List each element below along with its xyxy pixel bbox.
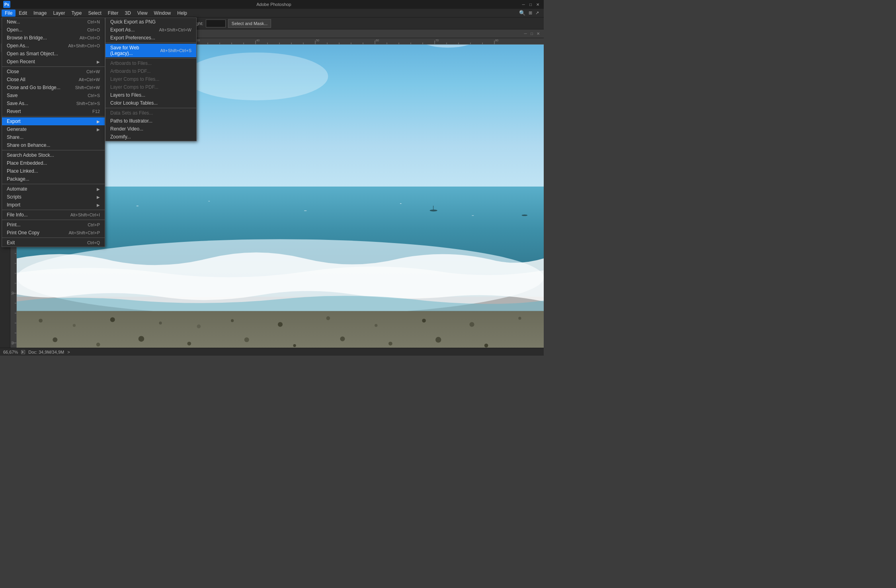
menu-revert[interactable]: Revert F12 [2,107,105,115]
menu-bar: File Edit Image Layer Type Select Filter… [0,9,544,18]
svg-rect-97 [137,206,139,206]
menu-open[interactable]: Open... Ctrl+O [2,26,105,34]
close-button[interactable]: ✕ [535,2,541,7]
menu-generate[interactable]: Generate ▶ [2,125,105,133]
separator-5 [2,210,105,210]
window-title: Adobe Photoshop [27,2,521,7]
svg-point-113 [278,322,283,327]
svg-rect-100 [400,203,402,204]
svg-rect-98 [208,201,210,201]
menu-open-as[interactable]: Open As... Alt+Shift+Ctrl+O [2,42,105,50]
menu-save-as[interactable]: Save As... Shift+Ctrl+S [2,99,105,107]
export-sep-3 [105,108,196,108]
status-bar: 66,67% ▶ Doc: 34,9M/34,9M > [0,348,544,356]
menu-search-stock[interactable]: Search Adobe Stock... [2,151,105,159]
menu-item-file[interactable]: File [2,10,16,17]
menu-item-select[interactable]: Select [85,10,104,17]
menu-new[interactable]: New... Ctrl+N [2,18,105,26]
svg-point-125 [340,337,345,341]
status-arrow[interactable]: > [67,350,70,354]
export-layer-comps-files: Layer Comps to Files... [105,75,196,83]
height-input[interactable] [206,19,226,27]
svg-text:60: 60 [376,39,379,42]
svg-point-121 [139,336,144,341]
export-save-web-legacy[interactable]: Save for Web (Legacy)... Alt+Shift+Ctrl+… [105,44,196,57]
menu-file-info[interactable]: File Info... Alt+Shift+Ctrl+I [2,211,105,219]
svg-rect-106 [17,311,544,348]
doc-size: Doc: 34,9M/34,9M [28,350,64,354]
svg-text:70: 70 [435,39,439,42]
doc-close-button[interactable]: ✕ [536,31,541,36]
title-bar: Ps Adobe Photoshop ─ □ ✕ [0,0,544,9]
menu-item-view[interactable]: View [134,10,151,17]
svg-point-126 [388,342,392,346]
menu-close-all[interactable]: Close All Alt+Ctrl+W [2,76,105,84]
menu-place-linked[interactable]: Place Linked... [2,167,105,175]
svg-rect-101 [472,215,474,216]
menu-print[interactable]: Print... Ctrl+P [2,221,105,229]
export-preferences[interactable]: Export Preferences... [105,34,196,42]
doc-minimize-button[interactable]: ─ [523,31,528,36]
menu-open-smart-object[interactable]: Open as Smart Object... [2,50,105,58]
export-layers-files[interactable]: Layers to Files... [105,91,196,99]
separator-3 [2,150,105,150]
export-quick-png[interactable]: Quick Export as PNG [105,18,196,26]
svg-point-93 [184,53,328,100]
menu-item-help[interactable]: Help [174,10,190,17]
export-submenu: Quick Export as PNG Export As... Alt+Shi… [105,18,197,141]
select-and-mask-button[interactable]: Select and Mask... [228,19,271,28]
menu-browse-bridge[interactable]: Browse in Bridge... Alt+Ctrl+O [2,34,105,42]
svg-point-109 [110,317,115,322]
workspace-icon[interactable]: ⊞ [529,10,532,16]
menu-close[interactable]: Close Ctrl+W [2,68,105,76]
export-paths-illustrator[interactable]: Paths to Illustrator... [105,117,196,125]
separator-2 [2,116,105,117]
search-icon[interactable]: 🔍 [519,10,525,16]
menu-exit[interactable]: Exit Ctrl+Q [2,239,105,247]
svg-point-117 [469,322,474,327]
svg-text:80: 80 [495,39,498,42]
menu-place-embedded[interactable]: Place Embedded... [2,159,105,167]
svg-point-124 [293,344,296,347]
doc-maximize-button[interactable]: □ [529,31,534,36]
minimize-button[interactable]: ─ [521,2,526,7]
menu-close-bridge[interactable]: Close and Go to Bridge... Shift+Ctrl+W [2,84,105,92]
zoom-arrow-icon: ▶ [22,350,24,354]
svg-point-119 [53,337,57,342]
menu-item-type[interactable]: Type [68,10,85,17]
menu-item-edit[interactable]: Edit [16,10,30,17]
menu-save[interactable]: Save Ctrl+S [2,92,105,99]
svg-point-104 [522,214,527,216]
export-as[interactable]: Export As... Alt+Shift+Ctrl+W [105,26,196,34]
menu-item-3d[interactable]: 3D [121,10,134,17]
svg-point-123 [244,337,249,342]
svg-point-118 [518,317,521,319]
maximize-button[interactable]: □ [528,2,533,7]
svg-rect-103 [433,206,433,210]
menu-item-image[interactable]: Image [30,10,50,17]
menu-import[interactable]: Import ▶ [2,201,105,209]
menu-item-filter[interactable]: Filter [105,10,122,17]
svg-point-112 [231,319,234,322]
menu-share-behance[interactable]: Share on Behance... [2,141,105,149]
menu-automate[interactable]: Automate ▶ [2,185,105,193]
export-zoomify[interactable]: Zoomify... [105,133,196,141]
menu-share[interactable]: Share... [2,133,105,141]
menu-item-layer[interactable]: Layer [50,10,68,17]
ps-icon: Ps [3,1,10,8]
svg-point-115 [375,324,377,327]
menu-print-one-copy[interactable]: Print One Copy Alt+Shift+Ctrl+P [2,229,105,237]
svg-text:40: 40 [256,39,260,42]
share-icon[interactable]: ↗ [535,10,539,16]
menu-package[interactable]: Package... [2,175,105,183]
menu-open-recent[interactable]: Open Recent ▶ [2,58,105,66]
export-render-video[interactable]: Render Video... [105,125,196,133]
menu-item-window[interactable]: Window [151,10,174,17]
export-color-lookup[interactable]: Color Lookup Tables... [105,99,196,107]
separator-1 [2,66,105,67]
svg-text:60: 60 [11,341,14,345]
menu-scripts[interactable]: Scripts ▶ [2,193,105,201]
export-artboards-files: Artboards to Files... [105,59,196,67]
zoom-arrow[interactable]: ▶ [21,350,25,354]
menu-export[interactable]: Export ▶ [2,117,105,125]
